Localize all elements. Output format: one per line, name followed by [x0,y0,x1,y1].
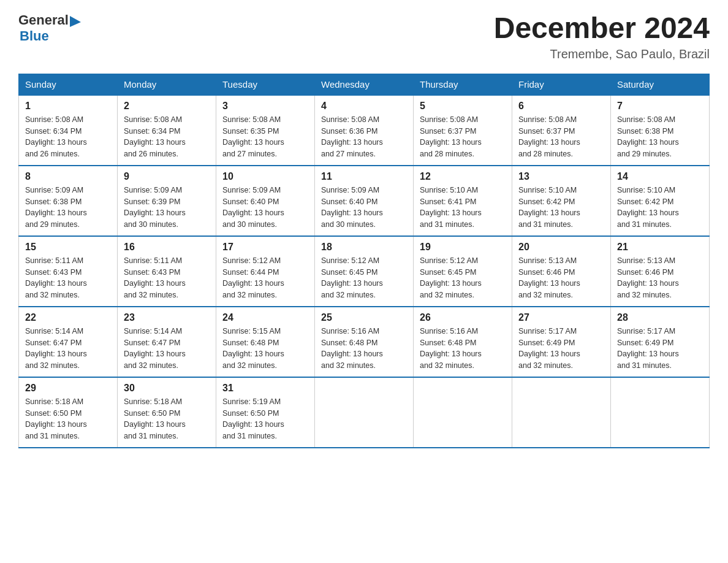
logo-general-text: General [18,12,69,28]
day-number: 21 [617,242,703,253]
day-info: Sunrise: 5:11 AMSunset: 6:43 PMDaylight:… [25,256,87,299]
calendar-cell: 26 Sunrise: 5:16 AMSunset: 6:48 PMDaylig… [414,307,512,377]
day-info: Sunrise: 5:15 AMSunset: 6:48 PMDaylight:… [222,327,284,370]
day-number: 2 [124,101,210,112]
day-info: Sunrise: 5:17 AMSunset: 6:49 PMDaylight:… [518,327,580,370]
day-number: 17 [222,242,308,253]
title-block: December 2024 Tremembe, Sao Paulo, Brazi… [494,12,710,61]
day-info: Sunrise: 5:08 AMSunset: 6:34 PMDaylight:… [25,115,87,158]
location-title: Tremembe, Sao Paulo, Brazil [494,47,710,61]
day-number: 19 [420,242,506,253]
calendar-cell: 3 Sunrise: 5:08 AMSunset: 6:35 PMDayligh… [216,95,315,166]
calendar-cell: 7 Sunrise: 5:08 AMSunset: 6:38 PMDayligh… [611,95,710,166]
calendar-cell: 8 Sunrise: 5:09 AMSunset: 6:38 PMDayligh… [19,166,118,236]
day-number: 1 [25,101,111,112]
day-info: Sunrise: 5:08 AMSunset: 6:34 PMDaylight:… [124,115,186,158]
day-info: Sunrise: 5:16 AMSunset: 6:48 PMDaylight:… [321,327,383,370]
page-header: General Blue December 2024 Tremembe, Sao… [18,12,710,61]
day-info: Sunrise: 5:13 AMSunset: 6:46 PMDaylight:… [518,256,580,299]
day-number: 11 [321,171,407,182]
day-info: Sunrise: 5:18 AMSunset: 6:50 PMDaylight:… [25,397,87,440]
day-number: 9 [124,171,210,182]
calendar-header-row: SundayMondayTuesdayWednesdayThursdayFrid… [19,74,710,95]
calendar-cell: 12 Sunrise: 5:10 AMSunset: 6:41 PMDaylig… [414,166,512,236]
header-tuesday: Tuesday [216,74,315,95]
day-info: Sunrise: 5:08 AMSunset: 6:35 PMDaylight:… [222,115,284,158]
calendar-cell: 29 Sunrise: 5:18 AMSunset: 6:50 PMDaylig… [19,377,118,448]
calendar-cell: 15 Sunrise: 5:11 AMSunset: 6:43 PMDaylig… [19,236,118,307]
day-number: 3 [222,101,308,112]
calendar-cell: 16 Sunrise: 5:11 AMSunset: 6:43 PMDaylig… [118,236,216,307]
day-info: Sunrise: 5:17 AMSunset: 6:49 PMDaylight:… [617,327,679,370]
calendar-cell: 11 Sunrise: 5:09 AMSunset: 6:40 PMDaylig… [315,166,414,236]
week-row-2: 8 Sunrise: 5:09 AMSunset: 6:38 PMDayligh… [19,166,710,236]
logo: General Blue [18,12,82,44]
week-row-3: 15 Sunrise: 5:11 AMSunset: 6:43 PMDaylig… [19,236,710,307]
header-sunday: Sunday [19,74,118,95]
calendar-cell: 13 Sunrise: 5:10 AMSunset: 6:42 PMDaylig… [512,166,611,236]
day-number: 10 [222,171,308,182]
day-number: 27 [518,312,604,323]
day-info: Sunrise: 5:09 AMSunset: 6:40 PMDaylight:… [222,186,284,229]
header-wednesday: Wednesday [315,74,414,95]
calendar-cell: 6 Sunrise: 5:08 AMSunset: 6:37 PMDayligh… [512,95,611,166]
day-number: 25 [321,312,407,323]
day-info: Sunrise: 5:09 AMSunset: 6:38 PMDaylight:… [25,186,87,229]
day-info: Sunrise: 5:09 AMSunset: 6:39 PMDaylight:… [124,186,186,229]
day-number: 8 [25,171,111,182]
day-info: Sunrise: 5:12 AMSunset: 6:45 PMDaylight:… [420,256,482,299]
week-row-4: 22 Sunrise: 5:14 AMSunset: 6:47 PMDaylig… [19,307,710,377]
day-info: Sunrise: 5:08 AMSunset: 6:38 PMDaylight:… [617,115,679,158]
day-number: 16 [124,242,210,253]
header-friday: Friday [512,74,611,95]
calendar-table: SundayMondayTuesdayWednesdayThursdayFrid… [18,74,710,448]
day-number: 24 [222,312,308,323]
calendar-cell: 24 Sunrise: 5:15 AMSunset: 6:48 PMDaylig… [216,307,315,377]
calendar-cell: 30 Sunrise: 5:18 AMSunset: 6:50 PMDaylig… [118,377,216,448]
day-number: 20 [518,242,604,253]
calendar-cell: 21 Sunrise: 5:13 AMSunset: 6:46 PMDaylig… [611,236,710,307]
logo-arrow-icon [70,15,82,28]
day-info: Sunrise: 5:09 AMSunset: 6:40 PMDaylight:… [321,186,383,229]
calendar-cell: 1 Sunrise: 5:08 AMSunset: 6:34 PMDayligh… [19,95,118,166]
day-number: 29 [25,383,111,394]
day-number: 7 [617,101,703,112]
week-row-5: 29 Sunrise: 5:18 AMSunset: 6:50 PMDaylig… [19,377,710,448]
header-monday: Monday [118,74,216,95]
calendar-cell: 20 Sunrise: 5:13 AMSunset: 6:46 PMDaylig… [512,236,611,307]
calendar-cell [512,377,611,448]
day-info: Sunrise: 5:10 AMSunset: 6:41 PMDaylight:… [420,186,482,229]
calendar-cell: 31 Sunrise: 5:19 AMSunset: 6:50 PMDaylig… [216,377,315,448]
day-info: Sunrise: 5:16 AMSunset: 6:48 PMDaylight:… [420,327,482,370]
logo-blue-text: Blue [20,28,82,44]
calendar-cell: 14 Sunrise: 5:10 AMSunset: 6:42 PMDaylig… [611,166,710,236]
day-info: Sunrise: 5:19 AMSunset: 6:50 PMDaylight:… [222,397,284,440]
calendar-cell: 28 Sunrise: 5:17 AMSunset: 6:49 PMDaylig… [611,307,710,377]
calendar-cell: 4 Sunrise: 5:08 AMSunset: 6:36 PMDayligh… [315,95,414,166]
calendar-cell [414,377,512,448]
header-thursday: Thursday [414,74,512,95]
calendar-cell [611,377,710,448]
day-info: Sunrise: 5:14 AMSunset: 6:47 PMDaylight:… [25,327,87,370]
calendar-cell: 27 Sunrise: 5:17 AMSunset: 6:49 PMDaylig… [512,307,611,377]
day-number: 13 [518,171,604,182]
calendar-cell: 9 Sunrise: 5:09 AMSunset: 6:39 PMDayligh… [118,166,216,236]
day-number: 6 [518,101,604,112]
calendar-cell: 2 Sunrise: 5:08 AMSunset: 6:34 PMDayligh… [118,95,216,166]
day-number: 23 [124,312,210,323]
day-info: Sunrise: 5:11 AMSunset: 6:43 PMDaylight:… [124,256,186,299]
day-info: Sunrise: 5:10 AMSunset: 6:42 PMDaylight:… [617,186,679,229]
calendar-cell: 22 Sunrise: 5:14 AMSunset: 6:47 PMDaylig… [19,307,118,377]
day-number: 12 [420,171,506,182]
day-number: 18 [321,242,407,253]
day-info: Sunrise: 5:08 AMSunset: 6:37 PMDaylight:… [420,115,482,158]
day-number: 14 [617,171,703,182]
day-number: 26 [420,312,506,323]
day-info: Sunrise: 5:08 AMSunset: 6:37 PMDaylight:… [518,115,580,158]
calendar-cell: 19 Sunrise: 5:12 AMSunset: 6:45 PMDaylig… [414,236,512,307]
calendar-cell: 23 Sunrise: 5:14 AMSunset: 6:47 PMDaylig… [118,307,216,377]
day-info: Sunrise: 5:12 AMSunset: 6:44 PMDaylight:… [222,256,284,299]
day-number: 31 [222,383,308,394]
day-info: Sunrise: 5:12 AMSunset: 6:45 PMDaylight:… [321,256,383,299]
day-info: Sunrise: 5:14 AMSunset: 6:47 PMDaylight:… [124,327,186,370]
